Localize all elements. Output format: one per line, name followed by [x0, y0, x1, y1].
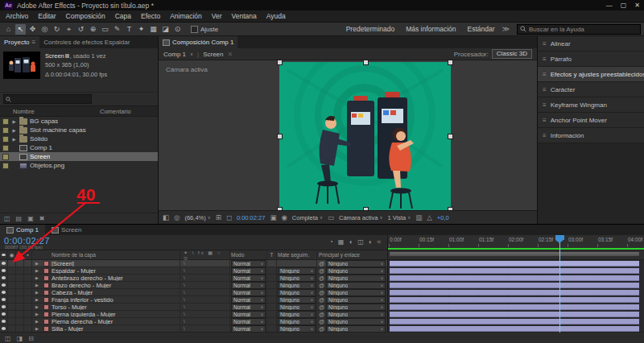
- view-menu[interactable]: Cámara activa∨: [339, 214, 382, 221]
- pickwhip-icon[interactable]: @: [319, 290, 324, 295]
- zoom-tool-icon[interactable]: ◎: [39, 24, 50, 35]
- panel-header-alinear[interactable]: ≡Alinear: [538, 36, 644, 52]
- menu-animaci-n[interactable]: Animación: [170, 12, 202, 20]
- hide-shy-icon[interactable]: ◖: [349, 238, 353, 246]
- work-area[interactable]: [388, 250, 644, 259]
- project-item-slot-machine-capas[interactable]: ▶Slot machine capas: [0, 126, 158, 134]
- pickwhip-icon[interactable]: @: [319, 312, 324, 317]
- snapshot-icon[interactable]: ▣: [270, 213, 276, 221]
- always-preview-icon[interactable]: ◧: [163, 213, 169, 221]
- matte-dropdown[interactable]: Ninguno∨: [278, 275, 316, 282]
- clone-stamp-tool-icon[interactable]: ▦: [148, 24, 159, 35]
- mode-dropdown[interactable]: Normal∨: [231, 260, 266, 267]
- pickwhip-icon[interactable]: @: [319, 283, 324, 288]
- video-eye-icon[interactable]: [0, 275, 8, 281]
- tab-effect-controls[interactable]: Controles de efectos Espaldar: [39, 36, 134, 48]
- fast-previews-icon[interactable]: △: [427, 213, 432, 221]
- mode-dropdown[interactable]: Normal∨: [231, 311, 266, 318]
- menu-ventana[interactable]: Ventana: [232, 12, 257, 20]
- layer-switches[interactable]: \: [180, 289, 229, 295]
- panel-header-p-rrafo[interactable]: ≡Párrafo: [538, 52, 644, 67]
- selection-handle[interactable]: [448, 60, 453, 65]
- layer-duration-bar[interactable]: [390, 304, 639, 310]
- panel-header-informaci-n[interactable]: ≡Información: [538, 128, 644, 143]
- camera-tool-icon[interactable]: ⌖: [64, 24, 74, 35]
- column-parent[interactable]: Principal y enlace: [316, 250, 387, 259]
- trkmat-toggle[interactable]: [266, 275, 276, 281]
- hand-tool-icon[interactable]: ✥: [27, 24, 38, 35]
- matte-dropdown[interactable]: Ninguno∨: [278, 325, 316, 333]
- frame-blend-icon[interactable]: ◫: [357, 238, 364, 246]
- layer-duration-bar[interactable]: [390, 268, 639, 274]
- layer-twirl-icon[interactable]: ▶: [32, 260, 42, 267]
- tab-proyecto[interactable]: Proyecto ≡: [0, 36, 39, 48]
- mask-visibility-icon[interactable]: ◻: [226, 213, 232, 221]
- menu-capa[interactable]: Capa: [115, 12, 131, 20]
- trkmat-toggle[interactable]: [266, 267, 276, 274]
- parent-dropdown[interactable]: Ninguno∨: [326, 289, 386, 296]
- matte-dropdown[interactable]: Ninguno∨: [278, 304, 316, 311]
- composition-image[interactable]: [279, 62, 451, 210]
- audio-toggle[interactable]: [8, 296, 16, 303]
- menu-ver[interactable]: Ver: [212, 12, 222, 20]
- close-button[interactable]: ✕: [634, 2, 640, 9]
- audio-toggle[interactable]: [8, 260, 16, 267]
- new-composition-icon[interactable]: ▣: [27, 215, 34, 222]
- solo-toggle[interactable]: [16, 296, 24, 303]
- mode-dropdown[interactable]: Normal∨: [231, 289, 266, 296]
- video-eye-icon[interactable]: [0, 318, 8, 324]
- delete-icon[interactable]: ✖: [39, 215, 45, 222]
- layer-switches[interactable]: \: [180, 275, 229, 281]
- mode-dropdown[interactable]: Normal∨: [231, 296, 266, 304]
- parent-dropdown[interactable]: Ninguno∨: [326, 275, 386, 282]
- column-comentario[interactable]: Comentario: [100, 108, 131, 115]
- magnifier-icon[interactable]: ◎: [174, 213, 180, 221]
- show-snapshot-icon[interactable]: ◉: [281, 213, 287, 221]
- mode-dropdown[interactable]: Normal∨: [231, 275, 266, 282]
- parent-dropdown[interactable]: Ninguno∨: [326, 318, 386, 325]
- trkmat-toggle[interactable]: [266, 318, 276, 324]
- graph-editor-icon[interactable]: ≈: [378, 238, 381, 246]
- menu-ayuda[interactable]: Ayuda: [266, 12, 286, 20]
- breadcrumb-comp1[interactable]: Comp 1: [163, 51, 186, 58]
- pickwhip-icon[interactable]: @: [319, 326, 324, 332]
- selection-handle[interactable]: [277, 134, 283, 139]
- solo-toggle[interactable]: [16, 267, 24, 274]
- panel-header-keyframe-wingman[interactable]: ≡Keyframe Wingman: [538, 97, 644, 113]
- selection-tool-icon[interactable]: ↖: [15, 24, 26, 35]
- workspace-est-ndar[interactable]: Estándar: [468, 25, 495, 33]
- timeline-tab-comp1[interactable]: Comp 1: [0, 225, 45, 235]
- puppet-tool-icon[interactable]: ⊙: [172, 24, 183, 35]
- composition-mini-flowchart-icon[interactable]: ◔: [329, 238, 333, 246]
- trkmat-toggle[interactable]: [266, 325, 276, 332]
- lock-toggle[interactable]: [24, 311, 32, 317]
- lock-toggle[interactable]: [24, 304, 32, 310]
- twirl-icon[interactable]: ▶: [11, 119, 17, 124]
- workspace-overflow-icon[interactable]: ≫: [502, 25, 510, 33]
- time-ruler[interactable]: 0:00f00:15f01:00f01:15f02:00f02:15f03:00…: [388, 235, 644, 250]
- close-screen-icon[interactable]: ✕: [227, 51, 233, 58]
- audio-toggle[interactable]: [8, 275, 16, 281]
- mode-dropdown[interactable]: Normal∨: [231, 267, 266, 275]
- brush-tool-icon[interactable]: ✦: [136, 24, 147, 35]
- twirl-icon[interactable]: ▶: [11, 128, 17, 133]
- layer-twirl-icon[interactable]: ▶: [32, 304, 42, 310]
- solo-toggle[interactable]: [16, 304, 24, 310]
- project-depth-icon[interactable]: ◫: [4, 215, 10, 222]
- expand-transfer-controls-icon[interactable]: ◨: [17, 335, 23, 342]
- layer-twirl-icon[interactable]: ▶: [32, 311, 42, 317]
- shape-tool-icon[interactable]: ▭: [100, 24, 110, 35]
- pan-behind-tool-icon[interactable]: ⊕: [88, 24, 98, 35]
- layer-duration-bar[interactable]: [390, 326, 639, 332]
- snap-checkbox[interactable]: [191, 26, 198, 33]
- matte-dropdown[interactable]: Ninguno∨: [278, 289, 316, 296]
- solo-toggle[interactable]: [16, 325, 24, 332]
- mode-dropdown[interactable]: Normal∨: [231, 282, 266, 289]
- video-eye-icon[interactable]: [0, 289, 8, 295]
- project-search-input[interactable]: [3, 94, 92, 104]
- trkmat-toggle[interactable]: [266, 289, 276, 295]
- pen-tool-icon[interactable]: ✎: [112, 24, 122, 35]
- video-eye-icon[interactable]: [0, 304, 8, 310]
- matte-dropdown[interactable]: Ninguno∨: [278, 282, 316, 289]
- audio-toggle[interactable]: [8, 289, 16, 295]
